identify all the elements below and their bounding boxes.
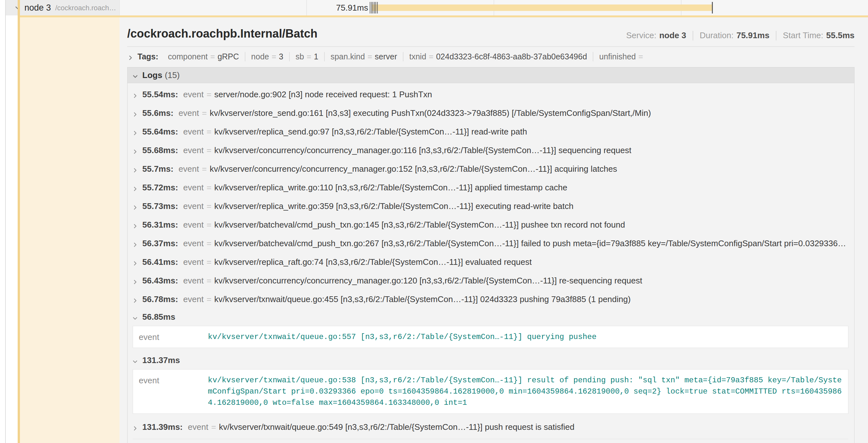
log-message: kv/kvserver/concurrency/concurrency_mana… (214, 145, 631, 156)
log-entry-row[interactable]: 56.37ms: event = kv/kvserver/batcheval/c… (132, 234, 849, 253)
log-entry-expanded: 56.85ms event kv/kvserver/txnwait/queue.… (132, 308, 849, 348)
log-timestamp: 56.85ms (142, 312, 176, 322)
log-entry-row[interactable]: 55.68ms: event = kv/kvserver/concurrency… (132, 141, 849, 160)
logs-list: 55.54ms: event = server/node.go:902 [n3]… (127, 83, 854, 443)
log-message: kv/kvserver/txnwait/queue.go:455 [n3,s3,… (214, 294, 630, 304)
log-field-key: event (183, 127, 204, 137)
log-entry-toggle[interactable]: 131.37ms (132, 352, 849, 369)
log-field-key: event (183, 294, 204, 304)
start-time-value: 55.5ms (826, 31, 855, 40)
service-value: node 3 (659, 31, 686, 40)
log-field-key: event (183, 145, 204, 156)
chevron-right-icon (132, 203, 138, 209)
span-meta: Service: node 3 Duration: 75.91ms Start … (626, 31, 855, 40)
log-fields-table: event kv/kvserver/txnwait/queue.go:557 [… (133, 326, 848, 348)
log-entry-row[interactable]: 131.39ms: event = kv/kvserver/txnwait/qu… (132, 418, 849, 436)
log-entry-row[interactable]: 55.6ms: event = kv/kvserver/store_send.g… (132, 104, 849, 122)
log-field-key: event (183, 276, 204, 286)
log-equals: = (207, 183, 211, 193)
log-message: kv/kvserver/replica_send.go:97 [n3,s3,r6… (214, 127, 527, 137)
log-message: kv/kvserver/txnwait/queue.go:549 [n3,s3,… (219, 422, 575, 432)
tag-item: sb = 1 (289, 52, 324, 61)
meta-divider (776, 31, 776, 40)
log-equals: = (207, 220, 211, 230)
logs-count: (15) (165, 70, 180, 80)
log-equals: = (207, 294, 211, 304)
chevron-down-icon (132, 357, 138, 364)
log-equals: = (207, 127, 211, 137)
chevron-right-icon (132, 240, 138, 246)
log-entry-row[interactable]: 55.64ms: event = kv/kvserver/replica_sen… (132, 122, 849, 141)
log-equals: = (202, 164, 207, 174)
tag-value: gRPC (217, 52, 239, 61)
log-timestamp: 55.6ms: (142, 108, 174, 118)
log-timestamp: 55.72ms: (142, 183, 178, 193)
log-entry-row[interactable]: 55.73ms: event = kv/kvserver/replica_wri… (132, 197, 849, 215)
chevron-right-icon (132, 184, 138, 191)
tag-value: server (375, 52, 397, 61)
log-field-key: event (183, 257, 204, 267)
log-timestamp: 56.37ms: (142, 239, 178, 248)
span-tree-color-stripe (18, 0, 20, 443)
log-message: kv/kvserver/batcheval/cmd_push_txn.go:26… (214, 239, 849, 248)
chevron-down-icon (132, 314, 138, 320)
chevron-right-icon (132, 277, 138, 284)
span-timeline-cell[interactable]: 75.91ms (120, 0, 868, 15)
log-message: kv/kvserver/batcheval/cmd_push_txn.go:14… (214, 220, 625, 230)
tag-equals: = (307, 52, 311, 61)
duration-label: Duration: (700, 31, 734, 40)
log-field-value: kv/kvserver/txnwait/queue.go:557 [n3,s3,… (208, 331, 842, 343)
log-equals: = (211, 422, 216, 432)
log-equals: = (207, 257, 211, 267)
tag-equals: = (429, 52, 434, 61)
log-field-key: event (183, 90, 204, 100)
log-timestamp: 55.68ms: (142, 145, 178, 156)
log-field-key: event (179, 164, 199, 174)
tags-accordion-toggle[interactable]: Tags: component = gRPC node = 3 sb = 1 s… (127, 52, 855, 61)
log-field-key: event (183, 220, 204, 230)
log-timestamp: 55.73ms: (142, 201, 178, 211)
log-timestamp: 56.31ms: (142, 220, 178, 230)
log-entry-row[interactable]: 56.31ms: event = kv/kvserver/batcheval/c… (132, 215, 849, 234)
log-timestamp: 131.39ms: (142, 422, 183, 432)
span-operation-name: /cockroach.roach… (55, 0, 116, 15)
chevron-right-icon (132, 166, 138, 172)
log-marker-tick (370, 2, 370, 13)
log-timestamp: 55.54ms: (142, 90, 178, 100)
tag-item: component = gRPC (162, 52, 245, 61)
log-field-key: event (139, 375, 208, 408)
detail-header: /cockroach.roachpb.Internal/Batch Servic… (127, 27, 855, 47)
log-marker-tick-end (712, 2, 713, 13)
log-entry-row[interactable]: 56.43ms: event = kv/kvserver/concurrency… (132, 271, 849, 290)
chevron-right-icon (132, 259, 138, 265)
log-field-value: kv/kvserver/txnwait/queue.go:538 [n3,s3,… (208, 375, 842, 408)
logs-accordion-toggle[interactable]: Logs (15) (127, 67, 854, 83)
log-message: server/node.go:902 [n3] node received re… (214, 90, 432, 100)
span-duration-bar[interactable] (372, 4, 712, 11)
log-message: kv/kvserver/replica_write.go:359 [n3,s3,… (214, 201, 574, 211)
log-fields-table: event kv/kvserver/txnwait/queue.go:538 [… (133, 369, 848, 414)
log-message: kv/kvserver/replica_write.go:110 [n3,s3,… (214, 183, 567, 193)
logs-footer-note: Log timestamps are relative to the start… (133, 439, 848, 443)
log-equals: = (202, 108, 207, 118)
service-label: Service: (626, 31, 656, 40)
left-rail-divider (5, 0, 6, 443)
tag-item: node = 3 (245, 52, 289, 61)
tag-key: span.kind (331, 52, 365, 61)
log-marker-tick (371, 2, 372, 13)
chevron-right-icon (132, 147, 138, 154)
log-timestamp: 56.78ms: (142, 294, 178, 304)
log-field-key: event (183, 239, 204, 248)
log-field-key: event (188, 422, 209, 432)
log-marker-tick (375, 2, 376, 13)
tags-list: component = gRPC node = 3 sb = 1 span.ki… (162, 52, 651, 61)
log-entry-row[interactable]: 55.54ms: event = server/node.go:902 [n3]… (132, 85, 849, 104)
tag-equals: = (210, 52, 215, 61)
log-entry-row[interactable]: 56.78ms: event = kv/kvserver/txnwait/que… (132, 290, 849, 308)
tag-value: 024d3323-6c8f-4863-aa8b-37ab0e63496d (436, 52, 587, 61)
log-entry-toggle[interactable]: 56.85ms (132, 308, 849, 325)
log-entry-row[interactable]: 55.72ms: event = kv/kvserver/replica_wri… (132, 178, 849, 197)
log-entry-row[interactable]: 55.7ms: event = kv/kvserver/concurrency/… (132, 160, 849, 178)
log-entry-row[interactable]: 56.41ms: event = kv/kvserver/replica_raf… (132, 253, 849, 271)
log-message: kv/kvserver/concurrency/concurrency_mana… (214, 276, 642, 286)
